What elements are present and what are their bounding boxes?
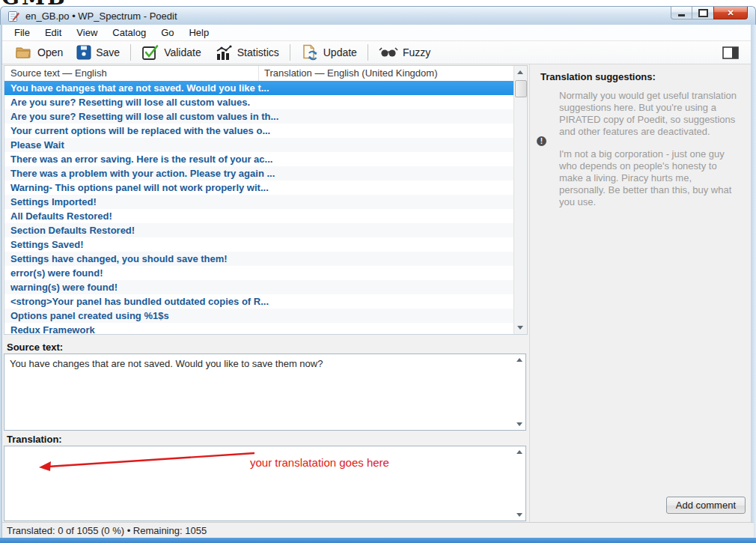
list-item[interactable]: Your current options will be replaced wi… xyxy=(4,124,514,138)
suggestions-title: Translation suggestions: xyxy=(540,71,751,82)
menu-bar: FileEditViewCatalogGoHelp xyxy=(2,25,754,41)
list-item[interactable]: warning(s) were found! xyxy=(4,280,514,294)
list-header: Source text — English Translation — Engl… xyxy=(4,66,514,82)
toolbar-separator xyxy=(290,44,290,61)
poedit-window: GMB en_GB.po • WP_Spectrum - Poedit ✕ Fi… xyxy=(0,0,756,543)
list-item[interactable]: Please Wait xyxy=(4,138,514,152)
window-controls: ✕ xyxy=(671,7,748,19)
suggestions-paragraph-2: I'm not a big corporation - just one guy… xyxy=(559,148,739,207)
scrollbar-thumb[interactable] xyxy=(515,80,527,97)
sidebar-toggle-button[interactable] xyxy=(722,46,739,59)
add-comment-button[interactable]: Add comment xyxy=(666,497,746,514)
menu-go[interactable]: Go xyxy=(153,25,181,40)
list-item[interactable]: error(s) were found! xyxy=(4,266,514,280)
close-icon: ✕ xyxy=(727,8,734,18)
maximize-button[interactable] xyxy=(692,7,713,19)
menu-help[interactable]: Help xyxy=(181,25,216,40)
translation-list: Source text — English Translation — Engl… xyxy=(4,65,528,335)
toolbar-separator xyxy=(130,44,131,61)
list-item[interactable]: You have changes that are not saved. Wou… xyxy=(4,81,514,95)
source-text-label: Source text: xyxy=(7,342,63,353)
menu-view[interactable]: View xyxy=(69,25,105,40)
update-refresh-icon xyxy=(301,44,319,61)
minimize-button[interactable] xyxy=(671,7,692,19)
source-text-value: You have changes that are not saved. Wou… xyxy=(4,354,525,374)
arrow-down-icon xyxy=(517,326,523,330)
scroll-up-button[interactable] xyxy=(514,66,526,79)
suggestions-paragraph-1: Normally you would get useful translatio… xyxy=(559,90,739,137)
list-item[interactable]: Redux Framework xyxy=(4,323,514,334)
list-item[interactable]: Options panel created using %1$s xyxy=(4,309,514,323)
column-header-translation[interactable]: Translation — English (United Kingdom) xyxy=(259,66,514,81)
list-item[interactable]: Settings Saved! xyxy=(4,237,514,252)
save-floppy-icon xyxy=(76,45,91,60)
arrow-up-icon xyxy=(517,70,523,74)
poedit-document-icon xyxy=(7,10,19,22)
translation-value xyxy=(4,446,525,453)
window-border-bottom xyxy=(0,538,756,543)
list-item[interactable]: Are you sure? Resetting will lose all cu… xyxy=(4,109,514,124)
minimize-icon xyxy=(678,14,685,16)
list-item[interactable]: All Defaults Restored! xyxy=(4,209,514,223)
list-item[interactable]: <strong>Your panel has bundled outdated … xyxy=(4,294,514,309)
statistics-chart-icon xyxy=(215,44,233,61)
window-border-right xyxy=(751,25,756,538)
translation-input[interactable]: your translatation goes here xyxy=(4,446,526,521)
status-text: Translated: 0 of 1055 (0 %) • Remaining:… xyxy=(7,525,207,536)
arrow-down-icon[interactable] xyxy=(516,513,522,517)
list-item[interactable]: Are you sure? Resetting will lose all cu… xyxy=(4,95,514,109)
open-folder-icon xyxy=(15,45,33,60)
arrow-down-icon[interactable] xyxy=(516,422,522,426)
status-bar: Translated: 0 of 1055 (0 %) • Remaining:… xyxy=(2,522,754,538)
list-item[interactable]: Warning- This options panel will not wor… xyxy=(4,181,514,195)
update-button[interactable]: Update xyxy=(294,42,364,63)
statistics-button[interactable]: Statistics xyxy=(208,42,286,63)
main-content: Source text — English Translation — Engl… xyxy=(2,64,751,522)
window-title: en_GB.po • WP_Spectrum - Poedit xyxy=(25,10,177,22)
validate-button[interactable]: Validate xyxy=(135,42,208,63)
open-button[interactable]: Open xyxy=(8,43,70,62)
save-button[interactable]: Save xyxy=(70,43,126,62)
translation-label: Translation: xyxy=(7,434,62,445)
list-item[interactable]: Section Defaults Restored! xyxy=(4,223,514,237)
arrow-up-icon[interactable] xyxy=(516,358,522,362)
toolbar: Open Save Validate xyxy=(2,41,754,64)
scroll-down-button[interactable] xyxy=(514,321,526,334)
menu-catalog[interactable]: Catalog xyxy=(105,25,153,40)
fuzzy-glasses-icon xyxy=(379,46,398,59)
list-item[interactable]: Settings Imported! xyxy=(4,195,514,209)
suggestions-sidebar: Translation suggestions: ! Normally you … xyxy=(529,64,751,522)
list-item[interactable]: There was a problem with your action. Pl… xyxy=(4,166,514,181)
list-item[interactable]: There was an error saving. Here is the r… xyxy=(4,152,514,166)
close-button[interactable]: ✕ xyxy=(713,7,748,19)
maximize-icon xyxy=(698,9,708,17)
toolbar-separator xyxy=(368,44,368,61)
arrow-up-icon[interactable] xyxy=(516,450,522,454)
list-item[interactable]: Settings have changed, you should save t… xyxy=(4,252,514,266)
list-rows: You have changes that are not saved. Wou… xyxy=(4,81,514,334)
menu-edit[interactable]: Edit xyxy=(37,25,69,40)
source-text-box[interactable]: You have changes that are not saved. Wou… xyxy=(4,354,526,431)
validate-check-icon xyxy=(141,44,159,61)
menu-file[interactable]: File xyxy=(7,25,37,40)
list-scrollbar[interactable] xyxy=(513,66,527,334)
fuzzy-button[interactable]: Fuzzy xyxy=(372,43,437,61)
title-bar[interactable]: en_GB.po • WP_Spectrum - Poedit ✕ xyxy=(0,6,756,26)
annotation-text: your translatation goes here xyxy=(250,456,389,469)
sidebar-toggle-icon xyxy=(722,46,739,59)
exclamation-circle-icon: ! xyxy=(537,136,546,146)
column-header-source[interactable]: Source text — English xyxy=(4,66,259,81)
